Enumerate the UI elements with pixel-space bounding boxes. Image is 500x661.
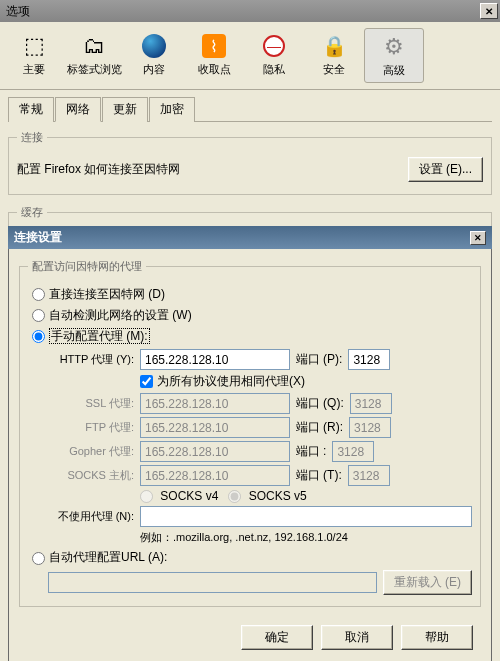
proxy-legend: 配置访问因特网的代理 — [28, 259, 146, 274]
cache-group: 缓存 — [8, 205, 492, 228]
radio-auto-url[interactable]: 自动代理配置URL (A): — [32, 550, 167, 564]
modal-close-icon[interactable]: ✕ — [470, 231, 486, 245]
noproxy-input[interactable] — [140, 506, 472, 527]
shared-checkbox[interactable]: 为所有协议使用相同代理(X) — [140, 373, 305, 390]
main-toolbar: ⬚主要 🗂标签式浏览 内容 ⌇收取点 —隐私 🔒安全 ⚙高级 — [0, 22, 500, 90]
ssl-host-input — [140, 393, 290, 414]
noproxy-example: 例如：.mozilla.org, .net.nz, 192.168.1.0/24 — [140, 530, 348, 545]
http-port-label: 端口 (P): — [296, 351, 342, 368]
settings-button[interactable]: 设置 (E)... — [408, 157, 483, 182]
ftp-label: FTP 代理: — [48, 420, 134, 435]
toolbar-tabs[interactable]: 🗂标签式浏览 — [64, 28, 124, 83]
tab-general[interactable]: 常规 — [8, 97, 54, 122]
privacy-icon: — — [246, 32, 302, 60]
tab-network[interactable]: 网络 — [55, 97, 101, 122]
toolbar-main[interactable]: ⬚主要 — [4, 28, 64, 83]
modal-title: 连接设置 — [14, 229, 62, 246]
socks-port-label: 端口 (T): — [296, 467, 342, 484]
toolbar-security[interactable]: 🔒安全 — [304, 28, 364, 83]
rss-icon: ⌇ — [186, 32, 242, 60]
reload-button: 重新载入 (E) — [383, 570, 472, 595]
cancel-button[interactable]: 取消 — [321, 625, 393, 650]
radio-manual[interactable]: 手动配置代理 (M): — [32, 329, 150, 343]
socks-v5-radio: SOCKS v5 — [228, 489, 306, 503]
gear-icon: ⚙ — [367, 33, 421, 61]
proxy-config-group: 配置访问因特网的代理 直接连接至因特网 (D) 自动检测此网络的设置 (W) 手… — [19, 259, 481, 607]
slider-icon: ⬚ — [6, 32, 62, 60]
window-title: 选项 — [6, 3, 30, 20]
ftp-port-label: 端口 (R): — [296, 419, 343, 436]
close-icon[interactable]: ✕ — [480, 3, 498, 19]
radio-direct[interactable]: 直接连接至因特网 (D) — [32, 287, 165, 301]
gopher-port-label: 端口 : — [296, 443, 326, 460]
ok-button[interactable]: 确定 — [241, 625, 313, 650]
http-label: HTTP 代理 (Y): — [48, 352, 134, 367]
tab-update[interactable]: 更新 — [102, 97, 148, 122]
toolbar-feeds[interactable]: ⌇收取点 — [184, 28, 244, 83]
radio-auto[interactable]: 自动检测此网络的设置 (W) — [32, 308, 192, 322]
socks-port-input — [348, 465, 390, 486]
socks-host-input — [140, 465, 290, 486]
toolbar-advanced[interactable]: ⚙高级 — [364, 28, 424, 83]
ssl-label: SSL 代理: — [48, 396, 134, 411]
connection-group: 连接 配置 Firefox 如何连接至因特网 设置 (E)... — [8, 130, 492, 195]
http-host-input[interactable] — [140, 349, 290, 370]
socks-label: SOCKS 主机: — [48, 468, 134, 483]
connection-legend: 连接 — [17, 130, 47, 145]
help-button[interactable]: 帮助 — [401, 625, 473, 650]
gopher-port-input — [332, 441, 374, 462]
connection-desc: 配置 Firefox 如何连接至因特网 — [17, 161, 180, 178]
noproxy-label: 不使用代理 (N): — [48, 509, 134, 524]
tabs-icon: 🗂 — [66, 32, 122, 60]
auto-url-input — [48, 572, 377, 593]
lock-icon: 🔒 — [306, 32, 362, 60]
gopher-label: Gopher 代理: — [48, 444, 134, 459]
modal-footer: 确定 取消 帮助 — [19, 617, 481, 658]
socks-v4-radio: SOCKS v4 — [140, 489, 218, 503]
gopher-host-input — [140, 441, 290, 462]
toolbar-privacy[interactable]: —隐私 — [244, 28, 304, 83]
ssl-port-input — [350, 393, 392, 414]
globe-icon — [126, 32, 182, 60]
tab-encryption[interactable]: 加密 — [149, 97, 195, 122]
ssl-port-label: 端口 (Q): — [296, 395, 344, 412]
cache-legend: 缓存 — [17, 205, 47, 220]
ftp-host-input — [140, 417, 290, 438]
options-titlebar: 选项 ✕ — [0, 0, 500, 22]
toolbar-content[interactable]: 内容 — [124, 28, 184, 83]
ftp-port-input — [349, 417, 391, 438]
sub-tabs: 常规 网络 更新 加密 — [8, 96, 492, 122]
http-port-input[interactable] — [348, 349, 390, 370]
modal-titlebar: 连接设置 ✕ — [8, 226, 492, 249]
